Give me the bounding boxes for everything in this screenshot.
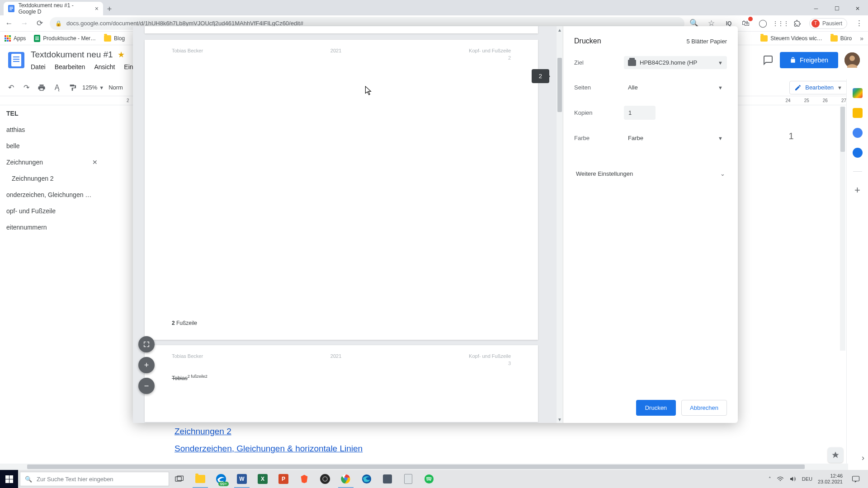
task-view-icon[interactable]	[169, 470, 190, 488]
edge-icon[interactable]	[356, 470, 377, 488]
outline-item[interactable]: belle	[0, 138, 104, 154]
copies-input[interactable]	[624, 106, 656, 120]
horizontal-scrollbar[interactable]	[0, 464, 848, 470]
outline-item[interactable]: TEL	[0, 105, 104, 122]
scroll-down-icon[interactable]: ▼	[557, 417, 562, 422]
outline-item[interactable]: eitennummern	[0, 219, 104, 235]
redo-icon[interactable]: ↷	[21, 82, 32, 93]
powerpoint-icon[interactable]: P	[273, 470, 294, 488]
outline-item[interactable]: onderzeichen, Gleichungen …	[0, 187, 104, 203]
back-button[interactable]: ←	[4, 18, 14, 29]
reload-button[interactable]: ⟳	[34, 18, 45, 29]
zoom-select[interactable]: 125% ▼	[82, 84, 104, 91]
print-button[interactable]: Drucken	[636, 400, 676, 416]
outline-item[interactable]: Zeichnungen ✕	[0, 154, 104, 170]
start-button[interactable]	[0, 470, 18, 488]
explore-button[interactable]	[828, 447, 843, 463]
bookmark-buero[interactable]: Büro	[830, 35, 852, 42]
doc-link[interactable]: Sonderzeichen, Gleichungen & horizontale…	[175, 439, 363, 458]
undo-icon[interactable]: ↶	[5, 82, 16, 93]
remove-outline-icon[interactable]: ✕	[92, 159, 98, 166]
bookmarks-overflow-icon[interactable]: »	[860, 35, 863, 42]
explorer-icon[interactable]	[190, 470, 211, 488]
paint-format-icon[interactable]	[67, 82, 78, 93]
close-window-button[interactable]: ✕	[847, 2, 868, 15]
apps-button[interactable]: Apps	[5, 35, 26, 42]
ext-grid-icon[interactable]: ⋮⋮⋮	[775, 18, 786, 29]
app-icon-2[interactable]	[398, 470, 419, 488]
doc-scrollbar-thumb[interactable]	[840, 107, 845, 152]
print-icon[interactable]	[36, 82, 47, 93]
tray-expand-icon[interactable]: ˄	[769, 476, 771, 482]
ext-cart-icon[interactable]: 🛍	[741, 18, 751, 29]
apps-grid-icon	[5, 35, 11, 42]
keep-icon[interactable]	[853, 108, 863, 118]
color-select[interactable]: Farbe ▼	[624, 131, 727, 145]
taskbar-search[interactable]: 🔍 Zur Suche Text hier eingeben	[20, 472, 169, 486]
share-button[interactable]: Freigeben	[780, 52, 838, 68]
excel-icon[interactable]: X	[252, 470, 273, 488]
menu-ansicht[interactable]: Ansicht	[94, 63, 115, 70]
obs-icon[interactable]	[315, 470, 335, 488]
destination-select[interactable]: HPB84C29.home (HP ▼	[624, 56, 727, 69]
add-on-plus-icon[interactable]: +	[854, 184, 860, 196]
cancel-button[interactable]: Abbrechen	[681, 400, 727, 416]
menu-bearbeiten[interactable]: Bearbeiten	[55, 63, 85, 70]
new-tab-button[interactable]: +	[103, 3, 116, 15]
clock[interactable]: 12:46 23.02.2021	[818, 473, 843, 485]
word-icon[interactable]: W	[231, 470, 252, 488]
app-icon-1[interactable]	[377, 470, 398, 488]
preview-scrollbar-track[interactable]: ▲ ▼	[557, 26, 563, 423]
forward-button[interactable]: →	[19, 18, 30, 29]
bookmark-steuern[interactable]: Steuern Videos wic…	[760, 35, 822, 42]
doc-link[interactable]: Zeichnungen 2	[175, 424, 363, 439]
browser-tab[interactable]: Textdokument neu #1 - Google D ×	[4, 2, 103, 15]
svg-rect-2	[9, 8, 13, 9]
wifi-icon[interactable]	[777, 476, 784, 482]
comments-icon[interactable]	[763, 55, 774, 66]
outline-item[interactable]: atthias	[0, 122, 104, 138]
account-avatar[interactable]	[844, 52, 860, 68]
scroll-up-icon[interactable]: ▲	[557, 27, 562, 33]
styles-select[interactable]: Norm	[108, 84, 123, 91]
chrome-menu-icon[interactable]: ⋮	[854, 18, 864, 29]
calendar-icon[interactable]	[853, 88, 863, 98]
brave-icon[interactable]	[294, 470, 315, 488]
bookmark-produktsuche[interactable]: Produktsuche - Mer…	[34, 35, 96, 42]
document-title[interactable]: Textdokument neu #1	[31, 50, 113, 60]
profile-paused-chip[interactable]: T Pausiert	[809, 18, 847, 29]
mode-bearbeiten-button[interactable]: Bearbeiten ▼	[789, 81, 847, 94]
spellcheck-icon[interactable]: Ą	[52, 82, 62, 93]
language-indicator[interactable]: DEU	[802, 476, 812, 482]
fit-page-button[interactable]	[138, 336, 155, 352]
zoom-in-button[interactable]: +	[138, 357, 155, 373]
more-settings-toggle[interactable]: Weitere Einstellungen ⌄	[574, 165, 727, 182]
extensions-icon[interactable]	[792, 18, 803, 29]
tab-title: Textdokument neu #1 - Google D	[19, 2, 91, 15]
side-panel-expand-icon[interactable]: ›	[862, 453, 864, 463]
star-document-icon[interactable]: ★	[118, 50, 125, 60]
minimize-button[interactable]: ─	[806, 2, 826, 15]
contacts-icon[interactable]	[853, 148, 863, 158]
menu-datei[interactable]: Datei	[31, 63, 46, 70]
tasks-icon[interactable]	[853, 128, 863, 138]
action-center-icon[interactable]	[848, 470, 863, 488]
outline-item[interactable]: Zeichnungen 2	[0, 170, 104, 187]
maximize-button[interactable]: ☐	[826, 2, 847, 15]
pages-select[interactable]: Alle ▼	[624, 81, 727, 94]
spotify-icon[interactable]	[419, 470, 439, 488]
volume-icon[interactable]	[789, 476, 797, 482]
tab-close-icon[interactable]: ×	[95, 5, 99, 12]
docs-logo-icon[interactable]	[8, 52, 24, 68]
bookmark-blog[interactable]: Blog	[104, 35, 125, 42]
preview-scrollbar-thumb[interactable]	[557, 58, 562, 112]
menu-einfuegen[interactable]: Ein	[124, 63, 133, 70]
zoom-out-button[interactable]: −	[138, 378, 155, 394]
outline-item[interactable]: opf- und Fußzeile	[0, 203, 104, 219]
doc-scrollbar-track[interactable]	[840, 107, 845, 351]
h-scroll-thumb[interactable]	[27, 465, 805, 469]
chrome-icon[interactable]	[335, 470, 356, 488]
edge-legacy-icon[interactable]: 99+	[211, 470, 231, 488]
ext-circle-icon[interactable]: ◯	[758, 18, 769, 29]
pencil-icon	[794, 84, 802, 91]
